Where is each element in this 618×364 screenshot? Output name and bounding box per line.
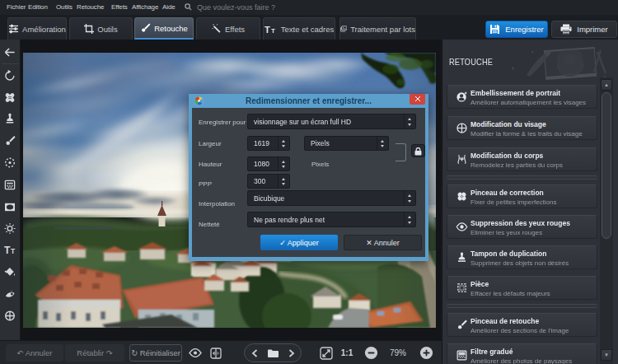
svg-text:T: T (271, 27, 275, 34)
svg-text:T: T (11, 247, 16, 255)
svg-text:T: T (265, 25, 270, 34)
svg-text:T: T (4, 245, 11, 256)
